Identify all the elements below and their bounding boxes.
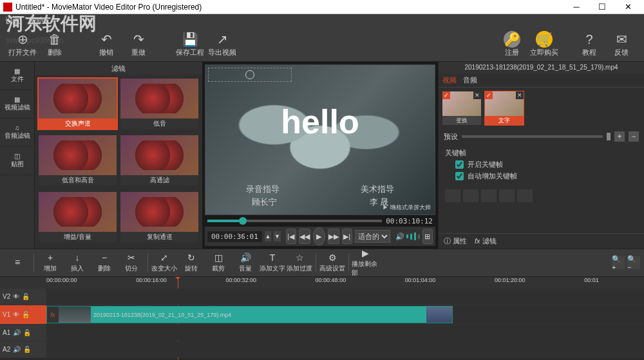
track-lane[interactable]: fx 20190213-181238(2019_02_21_18_51_25_1… bbox=[46, 305, 644, 324]
menu-help[interactable]: 帮助 bbox=[28, 15, 44, 26]
tl-resize[interactable]: ⤢改变大小 bbox=[151, 252, 178, 273]
tl-rotate[interactable]: ↻旋转 bbox=[178, 252, 205, 273]
undo-button[interactable]: ↶撤销 bbox=[90, 28, 122, 61]
clip-fx-icon: fx bbox=[47, 307, 59, 323]
tab-video[interactable]: 视频 bbox=[442, 75, 457, 85]
delete-button[interactable]: 🗑删除 bbox=[39, 28, 71, 61]
register-button[interactable]: 🔑注册 bbox=[496, 28, 528, 61]
tl-menu[interactable]: ≡ bbox=[4, 257, 31, 269]
filter-item[interactable]: 高通滤 bbox=[120, 135, 198, 185]
tl-transition[interactable]: ☆添加过渡 bbox=[286, 252, 313, 273]
kf-btn[interactable] bbox=[463, 189, 478, 202]
tl-crop[interactable]: ◫裁剪 bbox=[205, 252, 232, 273]
scrub-bar[interactable] bbox=[207, 220, 382, 222]
track-lane[interactable] bbox=[46, 289, 644, 305]
clip-thumbnail bbox=[59, 307, 91, 323]
properties-tab[interactable]: ⓘ 属性 bbox=[444, 236, 467, 246]
tutorial-button[interactable]: ?教程 bbox=[573, 28, 605, 61]
track-header[interactable]: A1🔊🔓 bbox=[0, 325, 46, 341]
tl-split[interactable]: ✂切分 bbox=[118, 252, 145, 273]
track-header[interactable]: V2👁🔓 bbox=[0, 289, 46, 305]
next-frame-button[interactable]: ▶▶ bbox=[328, 229, 339, 244]
zoom-in[interactable]: 🔍+ bbox=[612, 256, 625, 269]
close-button[interactable]: ✕ bbox=[615, 2, 641, 12]
filter-panel: 滤镜 交换声道 低音 低音和高音 高通滤 增益/音量 复制通道 bbox=[35, 62, 202, 249]
filter-item[interactable]: 增益/音量 bbox=[39, 192, 117, 242]
clip-thumbnail bbox=[426, 307, 452, 323]
tab-audio[interactable]: 音频 bbox=[463, 75, 477, 85]
play-button[interactable]: ▶ bbox=[313, 227, 325, 245]
grid-button[interactable]: ⊞ bbox=[422, 229, 433, 244]
track-lane[interactable] bbox=[46, 341, 644, 357]
app-icon bbox=[3, 3, 12, 12]
tl-delete[interactable]: −删除 bbox=[91, 252, 118, 273]
kf-btn[interactable] bbox=[517, 189, 533, 202]
clip-name: 20190213-181238(2019_02_21_18_51_25_179)… bbox=[439, 62, 644, 73]
volume-meter[interactable]: 🔊 bbox=[395, 232, 420, 241]
nav-video-filter[interactable]: ▦视频滤镜 bbox=[0, 90, 34, 118]
keyframe-enable-checkbox[interactable]: 开启关键帧 bbox=[455, 160, 638, 169]
video-preview[interactable]: hello 录音指导美术指导 顾长宁李 晟 ▶ 嗨格式录屏大师 bbox=[205, 64, 435, 215]
preset-handle[interactable] bbox=[607, 133, 611, 140]
minimize-button[interactable]: ─ bbox=[564, 2, 589, 12]
filter-item[interactable]: 低音 bbox=[120, 79, 198, 129]
window-title: Untitled* - MovieMator Video Editor Pro … bbox=[15, 3, 564, 12]
position-timecode[interactable]: 00:00:36:01 bbox=[207, 231, 262, 242]
kf-btn[interactable] bbox=[445, 189, 460, 202]
preset-remove[interactable]: − bbox=[629, 131, 639, 142]
text-overlay-box[interactable] bbox=[208, 68, 292, 82]
video-clip[interactable]: fx 20190213-181238(2019_02_21_18_51_25_1… bbox=[46, 306, 453, 323]
applied-filter[interactable]: ✓✕变换 bbox=[442, 91, 481, 125]
filter-tab[interactable]: fx 滤镜 bbox=[475, 236, 497, 246]
feedback-button[interactable]: ✉反馈 bbox=[605, 28, 638, 61]
nav-audio-filter[interactable]: ♫音频滤镜 bbox=[0, 118, 34, 147]
kf-btn[interactable] bbox=[481, 189, 497, 202]
eye-icon: 👁 bbox=[13, 293, 19, 300]
kf-btn[interactable] bbox=[499, 189, 515, 202]
lock-icon: 🔓 bbox=[23, 329, 31, 336]
tl-insert[interactable]: ↓插入 bbox=[64, 252, 91, 273]
skip-start-button[interactable]: |◀ bbox=[286, 229, 296, 244]
keyframe-label: 关键帧 bbox=[445, 148, 638, 158]
filter-item[interactable]: 交换声道 bbox=[39, 79, 117, 129]
track-lane[interactable] bbox=[46, 325, 644, 341]
preset-slider[interactable] bbox=[462, 135, 603, 138]
buy-button[interactable]: 🛒立即购买 bbox=[528, 28, 560, 61]
recorder-watermark: ▶ 嗨格式录屏大师 bbox=[383, 204, 431, 212]
timeline-toolbar: ≡ +增加 ↓插入 −删除 ✂切分 ⤢改变大小 ↻旋转 ◫裁剪 🔊音量 T添加文… bbox=[0, 249, 644, 277]
tl-advanced[interactable]: ⚙高级设置 bbox=[319, 252, 346, 273]
filter-item[interactable]: 复制通道 bbox=[120, 192, 198, 242]
step-up[interactable]: ▲ bbox=[265, 231, 271, 242]
save-button[interactable]: 💾保存工程 bbox=[174, 28, 206, 61]
track-header[interactable]: A2🔊🔓 bbox=[0, 341, 46, 357]
redo-button[interactable]: ↷重做 bbox=[122, 28, 155, 61]
left-nav: ▦文件 ▦视频滤镜 ♫音频滤镜 ◫贴图 bbox=[0, 62, 35, 249]
skip-end-button[interactable]: ▶| bbox=[342, 229, 352, 244]
tl-text[interactable]: T添加文字 bbox=[259, 252, 286, 273]
track-a1: A1🔊🔓 bbox=[0, 325, 644, 341]
menu-settings[interactable]: 设置 bbox=[5, 15, 21, 26]
overlay-text: hello bbox=[281, 102, 359, 141]
zoom-select[interactable]: 适合的 bbox=[355, 230, 390, 243]
tl-volume[interactable]: 🔊音量 bbox=[232, 252, 259, 273]
preview-panel: hello 录音指导美术指导 顾长宁李 晟 ▶ 嗨格式录屏大师 00:03:10… bbox=[202, 62, 438, 249]
nav-sticker[interactable]: ◫贴图 bbox=[0, 147, 34, 175]
tl-add[interactable]: +增加 bbox=[37, 252, 64, 273]
time-ruler[interactable]: 00:00:00:00 00:00:16:00 00:00:32:00 00:0… bbox=[0, 277, 644, 289]
track-header[interactable]: V1👁🔓 bbox=[0, 305, 46, 324]
applied-filter[interactable]: ✓✕文字 bbox=[485, 91, 524, 125]
open-button[interactable]: ⊕打开文件 bbox=[6, 28, 39, 61]
prev-frame-button[interactable]: ◀◀ bbox=[299, 229, 310, 244]
zoom-out[interactable]: 🔍− bbox=[627, 256, 640, 269]
filter-item[interactable]: 低音和高音 bbox=[39, 135, 117, 185]
keyframe-auto-checkbox[interactable]: 自动增加关键帧 bbox=[455, 171, 638, 181]
preset-add[interactable]: + bbox=[614, 131, 625, 142]
duration-timecode: 00:03:10:12 bbox=[386, 217, 433, 225]
tl-play-rest[interactable]: ▶播放剩余部 bbox=[352, 248, 379, 278]
export-button[interactable]: ↗导出视频 bbox=[206, 28, 238, 61]
mute-icon: 🔊 bbox=[13, 346, 21, 353]
maximize-button[interactable]: ☐ bbox=[589, 2, 615, 12]
preset-label: 预设 bbox=[444, 132, 458, 142]
step-down[interactable]: ▼ bbox=[274, 231, 280, 242]
nav-file[interactable]: ▦文件 bbox=[0, 62, 34, 90]
